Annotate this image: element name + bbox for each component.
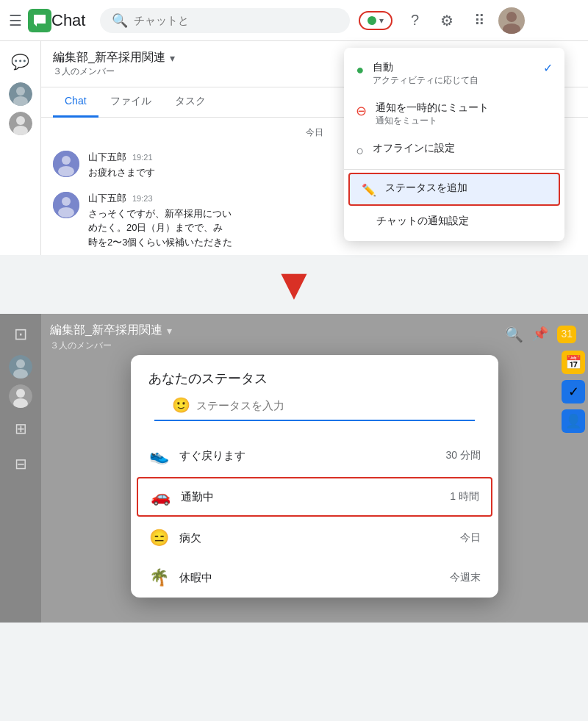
bottom-sidebar-avatar-1[interactable]	[9, 355, 32, 379]
arrow-section: ▼	[0, 255, 588, 314]
search-bar: 🔍	[100, 8, 350, 33]
chevron-icon[interactable]: ▾	[170, 52, 175, 64]
bottom-sidebar-icon[interactable]: ⊡	[6, 320, 35, 349]
dropdown-add-status-text: ステータスを追加	[385, 182, 547, 195]
settings-icon[interactable]: ⚙	[434, 7, 460, 34]
status-dropdown: ● 自動 アクティビティに応じて自 ✓ ⊖ 通知を一時的にミュート 通知をミュー…	[344, 48, 564, 241]
dropdown-mute-text: 通知を一時的にミュート 通知をミュート	[376, 101, 553, 127]
svg-point-16	[16, 359, 25, 368]
bottom-sidebar-grid-icon2[interactable]: ⊟	[6, 449, 35, 478]
svg-point-14	[58, 207, 74, 218]
app-header: ☰ Chat 🔍 ▾ ● 自動 アクティビティに応じて自	[0, 0, 588, 41]
svg-point-1	[506, 12, 517, 22]
search-icon-bottom[interactable]: 🔍	[505, 326, 523, 343]
dropdown-mute-subtitle: 通知をミュート	[376, 115, 553, 127]
dropdown-offline-text: オフラインに設定	[373, 142, 553, 155]
status-dialog-title: あなたのステータス	[131, 355, 498, 396]
right-badge-calendar[interactable]: 📅	[562, 351, 585, 374]
sidebar-avatar-1[interactable]	[9, 82, 32, 106]
status-dialog: あなたのステータス 🙂 👟 すぐ戻ります 30 分間 🚗 通勤中 1 時間	[131, 355, 498, 598]
svg-point-13	[62, 197, 71, 206]
dropdown-item-auto[interactable]: ● 自動 アクティビティに応じて自 ✓	[344, 54, 564, 94]
msg-avatar-1	[53, 151, 79, 177]
bottom-chevron-icon: ▾	[167, 325, 172, 337]
sidebar-left: 💬	[0, 41, 41, 255]
svg-point-7	[16, 116, 25, 125]
status-duration-vacation: 今週末	[450, 571, 481, 584]
dropdown-item-add-status[interactable]: ✏️ ステータスを追加	[348, 173, 560, 206]
tab-chat[interactable]: Chat	[53, 87, 98, 118]
svg-point-2	[503, 24, 520, 34]
svg-point-11	[58, 166, 74, 176]
dropdown-notification-title: チャットの通知設定	[356, 215, 553, 228]
dot-green-icon: ●	[356, 62, 364, 78]
dropdown-item-mute[interactable]: ⊖ 通知を一時的にミュート 通知をミュート	[344, 94, 564, 134]
msg-sender-1: 山下五郎	[88, 151, 126, 164]
palm-emoji: 🌴	[148, 568, 169, 587]
dropdown-auto-text: 自動 アクティビティに応じて自	[373, 61, 537, 87]
app-title: Chat	[51, 11, 85, 30]
dot-empty-icon: ○	[356, 143, 364, 159]
car-emoji: 🚗	[150, 487, 171, 506]
svg-point-10	[62, 156, 71, 165]
status-dot	[368, 16, 376, 25]
sidebar-chat-icon[interactable]: 💬	[6, 47, 35, 76]
pin-icon-bottom[interactable]: 📌	[532, 326, 548, 343]
bottom-sidebar: ⊡ ⊞ ⊟	[0, 314, 41, 623]
search-input[interactable]	[134, 14, 338, 26]
svg-point-4	[16, 87, 25, 96]
dropdown-add-status-title: ステータスを追加	[385, 182, 547, 195]
status-label-return: すぐ戻ります	[179, 449, 446, 463]
dropdown-item-offline[interactable]: ○ オフラインに設定	[344, 134, 564, 166]
status-duration-return: 30 分間	[446, 449, 481, 462]
header-icons: ? ⚙ ⠿	[401, 7, 525, 34]
status-button-wrapper: ▾ ● 自動 アクティビティに応じて自 ✓ ⊖ 通知を一時的にミュート 通知をミ…	[359, 11, 392, 30]
msg-avatar-2	[53, 192, 79, 218]
dot-red-icon: ⊖	[356, 103, 367, 119]
status-button[interactable]: ▾	[359, 11, 392, 30]
status-item-return[interactable]: 👟 すぐ戻ります 30 分間	[131, 436, 498, 476]
dropdown-auto-title: 自動	[373, 61, 537, 74]
smiley-icon: 🙂	[172, 396, 190, 414]
help-icon[interactable]: ?	[401, 7, 428, 34]
sidebar-avatar-2[interactable]	[9, 112, 32, 135]
user-avatar[interactable]	[498, 7, 525, 34]
dropdown-item-notification[interactable]: チャットの通知設定	[344, 207, 564, 235]
status-label-sick: 病欠	[179, 531, 460, 545]
dropdown-notification-text: チャットの通知設定	[356, 215, 553, 228]
msg-time-1: 19:21	[132, 153, 153, 162]
bottom-members-count: ３人のメンバー	[50, 340, 547, 352]
chevron-down-icon: ▾	[379, 15, 384, 26]
search-icon: 🔍	[112, 12, 128, 29]
status-item-vacation[interactable]: 🌴 休暇中 今週末	[131, 558, 498, 598]
chat-room-name: 編集部_新卒採用関連	[53, 50, 165, 65]
status-label-commute: 通勤中	[181, 490, 450, 504]
status-input-row: 🙂	[154, 396, 475, 421]
status-item-sick[interactable]: 😑 病欠 今日	[131, 518, 498, 558]
divider	[344, 169, 564, 170]
dropdown-mute-title: 通知を一時的にミュート	[376, 101, 553, 115]
chat-logo	[28, 9, 51, 32]
bottom-right-sidebar: 📅 ✓ 👤	[559, 314, 588, 623]
dropdown-offline-title: オフラインに設定	[373, 142, 553, 155]
edit-icon: ✏️	[362, 183, 376, 197]
bottom-sidebar-avatar-2[interactable]	[9, 384, 32, 408]
tab-tasks[interactable]: タスク	[163, 87, 218, 118]
tab-files[interactable]: ファイル	[98, 87, 163, 118]
shoe-emoji: 👟	[148, 446, 169, 465]
right-badge-check[interactable]: ✓	[562, 380, 585, 403]
chat-members-count: ３人のメンバー	[53, 65, 175, 78]
dropdown-auto-subtitle: アクティビティに応じて自	[373, 74, 537, 87]
bottom-sidebar-grid-icon[interactable]: ⊞	[6, 414, 35, 443]
check-icon: ✓	[543, 61, 553, 75]
sick-emoji: 😑	[148, 528, 169, 548]
apps-icon[interactable]: ⠿	[466, 7, 492, 34]
svg-point-19	[16, 389, 25, 398]
menu-icon[interactable]: ☰	[9, 12, 22, 29]
status-text-input[interactable]	[196, 399, 457, 412]
status-label-vacation: 休暇中	[179, 571, 450, 585]
bottom-header-area: 編集部_新卒採用関連 ▾ ３人のメンバー	[50, 323, 547, 361]
status-item-commute[interactable]: 🚗 通勤中 1 時間	[137, 477, 492, 517]
right-badge-user[interactable]: 👤	[562, 409, 585, 433]
down-arrow-icon: ▼	[272, 262, 315, 306]
